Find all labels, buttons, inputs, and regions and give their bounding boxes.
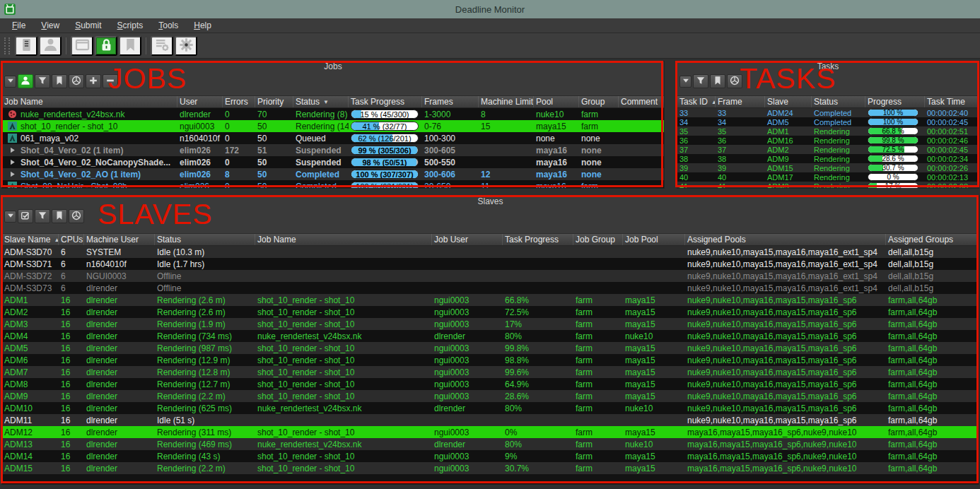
slave-row[interactable]: ADM716dlrenderRendering (12.8 m)shot_10_…	[2, 366, 979, 378]
column-header-task-progress[interactable]: Task Progress	[503, 234, 573, 245]
task-row[interactable]: 3333ADM24Completed100 %00:00:02:40	[677, 108, 979, 117]
clock-button[interactable]	[69, 209, 84, 223]
column-header-frame[interactable]: Frame	[716, 96, 765, 107]
task-row[interactable]: 3737ADM2Rendering72.5 %00:00:02:45	[677, 145, 979, 154]
job-row[interactable]: 061_maya_v02n1604010f050Queued62 % (126/…	[2, 132, 664, 144]
menu-item-scripts[interactable]: Scripts	[110, 20, 151, 32]
bookmark-button[interactable]	[119, 36, 141, 56]
bookmark-button[interactable]	[52, 74, 67, 88]
chevron-down-button[interactable]	[4, 211, 16, 223]
column-header-user[interactable]: User	[177, 96, 223, 107]
bookmark-button[interactable]	[710, 74, 725, 88]
column-header-assigned-groups[interactable]: Assigned Groups	[886, 234, 979, 245]
list-settings-icon	[155, 37, 170, 54]
job-row[interactable]: Shot_04_Vero_02_AO (1 item)elim026850Com…	[2, 168, 664, 180]
task-row[interactable]: 3939ADM15Rendering30.7 %00:00:02:26	[677, 163, 979, 172]
expander-icon[interactable]	[8, 158, 17, 167]
slave-row[interactable]: ADM516dlrenderRendering (987 ms)shot_10_…	[2, 342, 979, 354]
filter-button[interactable]	[35, 74, 50, 88]
column-header-priority[interactable]: Priority	[255, 96, 293, 107]
chevron-down-button[interactable]	[4, 76, 16, 88]
column-header-assigned-pools[interactable]: Assigned Pools	[685, 234, 886, 245]
column-header-job-pool[interactable]: Job Pool	[623, 234, 685, 245]
task-row[interactable]: 3838ADM9Rendering28.6 %00:00:02:34	[677, 154, 979, 163]
expander-icon[interactable]	[8, 170, 17, 179]
slave-row[interactable]: ADM-S3D736dlrenderOfflinenuke9,nuke10,ma…	[2, 282, 979, 294]
menu-item-file[interactable]: File	[4, 20, 33, 32]
filter-button[interactable]	[693, 74, 708, 88]
slave-row[interactable]: ADM416dlrenderRendering (734 ms)nuke_ren…	[2, 330, 979, 342]
slave-row[interactable]: ADM1016dlrenderRendering (625 ms)nuke_re…	[2, 402, 979, 414]
list-settings-button[interactable]	[151, 36, 173, 56]
column-header-task-id[interactable]: Task ID▲	[677, 96, 716, 107]
slave-row[interactable]: ADM1116dlrenderIdle (51 s)nuke9,nuke10,m…	[2, 414, 979, 426]
slave-job-group-cell: farm	[573, 428, 623, 437]
slave-row[interactable]: ADM1316dlrenderRendering (469 ms)nuke_re…	[2, 438, 979, 450]
slave-row[interactable]: ADM1216dlrenderRendering (311 ms)shot_10…	[2, 426, 979, 438]
column-header-errors[interactable]: Errors	[223, 96, 255, 107]
column-header-cpus[interactable]: CPUs	[59, 234, 84, 245]
job-row[interactable]: Shot_04_Vero_02 (1 item)elim02617251Susp…	[2, 144, 664, 156]
expander-icon[interactable]	[8, 146, 17, 155]
slave-row[interactable]: ADM116dlrenderRendering (2.6 m)shot_10_r…	[2, 294, 979, 306]
slave-job-group-cell: farm	[573, 440, 623, 449]
slave-row[interactable]: ADM816dlrenderRendering (12.7 m)shot_10_…	[2, 378, 979, 390]
slave-row[interactable]: ADM1416dlrenderRendering (43 s)shot_10_r…	[2, 450, 979, 462]
task-row[interactable]: 3636ADM16Rendering99.8 %00:00:02:46	[677, 136, 979, 145]
clock-button[interactable]	[727, 74, 742, 88]
column-header-progress[interactable]: Progress	[865, 96, 925, 107]
column-header-pool[interactable]: Pool	[534, 96, 579, 107]
menu-item-view[interactable]: View	[33, 20, 67, 32]
column-header-status[interactable]: Status	[155, 234, 255, 245]
column-header-group[interactable]: Group	[579, 96, 619, 107]
menu-item-tools[interactable]: Tools	[151, 20, 186, 32]
slave-row[interactable]: ADM-S3D726NGUI0003Offlinenuke9,nuke10,ma…	[2, 270, 979, 282]
slave-row[interactable]: ADM-S3D716n1604010fIdle (1.7 hrs)nuke9,n…	[2, 258, 979, 270]
filter-button[interactable]	[35, 209, 50, 223]
task-row[interactable]: 3434ADM5Completed100 %00:00:02:45	[677, 117, 979, 126]
slave-name-cell: ADM-S3D73	[2, 283, 59, 293]
slave-row[interactable]: ADM216dlrenderRendering (2.6 m)shot_10_r…	[2, 306, 979, 318]
column-header-status[interactable]: Status	[812, 96, 865, 107]
column-header-job-name[interactable]: Job Name	[255, 234, 432, 245]
slave-row[interactable]: ADM616dlrenderRendering (12.9 m)shot_10_…	[2, 354, 979, 366]
column-header-slave[interactable]: Slave	[765, 96, 812, 107]
window-button[interactable]	[71, 36, 93, 56]
bookmark-button[interactable]	[52, 209, 67, 223]
server-button[interactable]	[15, 36, 37, 56]
clock-button[interactable]	[69, 74, 84, 88]
task-row[interactable]: 3535ADM1Rendering66.8 %00:00:02:51	[677, 126, 979, 136]
plus-button[interactable]	[86, 74, 101, 88]
toolbar-grip[interactable]	[4, 37, 10, 54]
menu-item-submit[interactable]: Submit	[67, 20, 109, 32]
chevron-down-button[interactable]	[679, 76, 692, 88]
job-row[interactable]: Shot_08_NoHair - Shot_08belim026050Compl…	[2, 180, 664, 188]
column-header-slave-name[interactable]: Slave Name▲	[2, 234, 59, 245]
task-row[interactable]: 4040ADM17Rendering0 %00:00:02:13	[677, 172, 979, 182]
slave-row[interactable]: ADM1516dlrenderRendering (2.2 m)shot_10_…	[2, 462, 979, 474]
job-row[interactable]: shot_10_render - shot_10ngui0003050Rende…	[2, 120, 664, 132]
checkbox-button[interactable]	[18, 209, 33, 223]
column-header-status[interactable]: Status▼	[293, 96, 349, 107]
column-header-task-time[interactable]: Task Time	[925, 96, 979, 107]
user-button[interactable]	[18, 74, 33, 88]
slave-row[interactable]: ADM316dlrenderRendering (1.9 m)shot_10_r…	[2, 318, 979, 330]
task-row[interactable]: 4141ADM3Rendering17 %00:00:02:08	[677, 182, 979, 188]
gear-button[interactable]	[175, 36, 197, 56]
column-header-comment[interactable]: Comment	[619, 96, 665, 107]
job-row[interactable]: nuke_rendertest_v24bsx.nkdlrender070Rend…	[2, 108, 664, 120]
column-header-job-user[interactable]: Job User	[432, 234, 503, 245]
column-header-task-progress[interactable]: Task Progress	[349, 96, 422, 107]
lock-button[interactable]	[95, 36, 117, 56]
column-header-frames[interactable]: Frames	[422, 96, 479, 107]
column-header-machine-limit[interactable]: Machine Limit	[479, 96, 534, 107]
menu-item-help[interactable]: Help	[186, 20, 219, 32]
column-header-job-group[interactable]: Job Group	[573, 234, 623, 245]
column-header-job-name[interactable]: Job Name	[2, 96, 177, 107]
job-row[interactable]: Shot_04_Vero_02_NoCanopyShade...elim0260…	[2, 156, 664, 168]
slave-row[interactable]: ADM-S3D706SYSTEMIdle (10.3 m)nuke9,nuke1…	[2, 246, 979, 258]
slave-row[interactable]: ADM916dlrenderRendering (2.2 m)shot_10_r…	[2, 390, 979, 402]
column-header-machine-user[interactable]: Machine User	[84, 234, 155, 245]
minus-button[interactable]	[103, 74, 118, 88]
user-button[interactable]	[39, 36, 62, 56]
